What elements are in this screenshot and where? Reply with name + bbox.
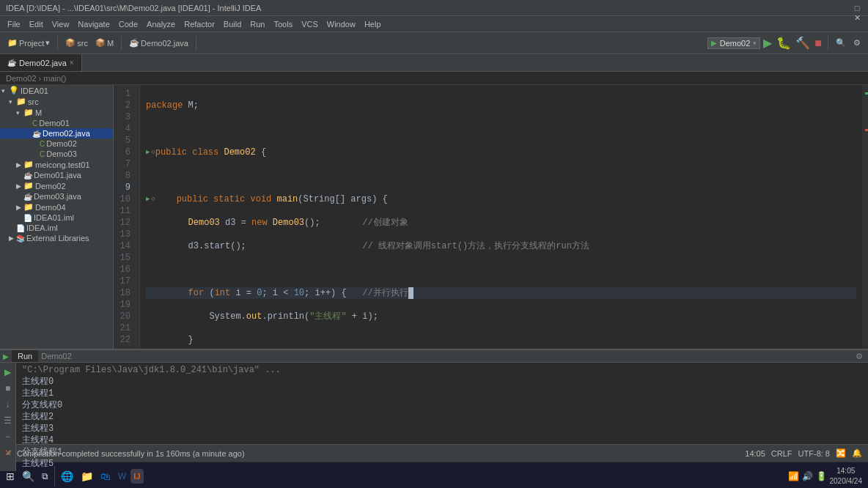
maximize-button[interactable]: □ [852, 3, 862, 13]
menu-edit[interactable]: Edit [25, 18, 48, 30]
run-config-label: Demo02 [41, 352, 72, 361]
menu-build[interactable]: Build [219, 18, 246, 30]
toolbar-gear[interactable]: ⚙ [850, 37, 864, 49]
filter-button[interactable]: ☰ [1, 414, 15, 427]
toolbar-src[interactable]: 📦 src [62, 37, 91, 49]
intellij-button[interactable]: IJ [130, 469, 143, 484]
console-command: "C:\Program Files\Java\jdk1.8.0_241\bin\… [22, 364, 862, 376]
code-line-8 [146, 264, 856, 276]
code-line-6: Demo03 d3 = new Demo03(); //创建对象 [146, 217, 856, 229]
code-line-10: System.out.println("主线程" + i); [146, 311, 856, 322]
menu-file[interactable]: File [3, 18, 25, 30]
edge-button[interactable]: 🌐 [58, 467, 76, 485]
toolbar-search[interactable]: 🔍 [833, 37, 849, 49]
close-button[interactable]: ✕ [852, 13, 862, 23]
sidebar-item-demo02[interactable]: C Demo02 [0, 138, 113, 149]
menu-analyze[interactable]: Analyze [142, 18, 180, 30]
breadcrumb-part2[interactable]: main() [43, 74, 66, 83]
console-line-8: 主线程5 [22, 458, 862, 470]
toolbar-sep-3 [196, 36, 196, 51]
status-encoding[interactable]: UTF-8: 8 [798, 449, 830, 458]
console-line-3: 分支线程0 [22, 399, 862, 411]
scroll-end-button[interactable]: ↓ [1, 398, 15, 411]
menu-run[interactable]: Run [246, 18, 269, 30]
tab-close-demo02[interactable]: × [70, 59, 74, 67]
status-line-col[interactable]: 14:05 [745, 449, 765, 458]
java-icon-demo01: C [32, 119, 37, 127]
console-line-6: 主线程4 [22, 435, 862, 446]
menu-view[interactable]: View [48, 18, 74, 30]
taskbar-sep [54, 466, 55, 487]
java-icon-demo02: ☕ [32, 130, 41, 138]
sidebar-item-demo03java[interactable]: ☕ Demo03.java [0, 191, 113, 202]
console-line-2: 主线程1 [22, 388, 862, 399]
toolbar-run-section: ▶ Demo02 ▾ ▶ 🐛 🔨 ■ 🔍 ⚙ [707, 34, 864, 51]
error-mark-2 [865, 129, 868, 131]
sidebar-item-demo01[interactable]: C Demo01 [0, 118, 113, 128]
menu-tools[interactable]: Tools [269, 18, 297, 30]
run-tab-icon: ▶ [3, 352, 9, 361]
toolbar-file[interactable]: ☕ Demo02.java [126, 37, 191, 49]
run-button[interactable]: ▶ [762, 34, 773, 51]
debug-button[interactable]: 🐛 [775, 34, 792, 51]
menu-refactor[interactable]: Refactor [180, 18, 219, 30]
menu-help[interactable]: Help [360, 18, 386, 30]
menu-vcs[interactable]: VCS [297, 18, 323, 30]
folder-icon-src: 📁 [16, 97, 26, 106]
sidebar-item-idea01[interactable]: ▾ 💡 IDEA01 [0, 85, 113, 96]
fold-button[interactable]: − [1, 430, 15, 443]
status-crlf[interactable]: CRLF [771, 449, 792, 458]
system-tray: 📶 🔊 🔋 14:05 2020/4/24 [788, 466, 866, 487]
word-button[interactable]: W [115, 468, 129, 484]
clock-date: 2020/4/24 [830, 476, 863, 487]
code-area[interactable]: package M; ▶○public class Demo02 { ▶○ pu… [140, 85, 862, 349]
sidebar-item-demo02java[interactable]: ☕ Demo02.java [0, 128, 113, 138]
stop-run-button[interactable]: ■ [1, 382, 15, 395]
menu-code[interactable]: Code [114, 18, 142, 30]
search-taskbar-button[interactable]: 🔍 [19, 467, 37, 485]
run-tab[interactable]: Run [12, 350, 38, 362]
title-text: IDEA [D:\IDEA] - ...\IDEA01\src\M\Demo02… [6, 4, 261, 12]
folder-icon-m: 📁 [23, 108, 34, 117]
status-right: 14:05 CRLF UTF-8: 8 🔀 🔔 [745, 448, 862, 458]
sidebar-item-demo04[interactable]: ▶ 📁 Demo04 [0, 202, 113, 212]
run-ctrl-settings[interactable]: ⚙ [853, 351, 865, 362]
sidebar-item-demo02folder[interactable]: ▶ 📁 Demo02 [0, 180, 113, 191]
run-panel: ▶ Run Demo02 ⚙ ▶ ■ ↓ ☰ − ✕ "C:\Program F… [0, 349, 868, 444]
taskview-button[interactable]: ⧉ [39, 468, 51, 484]
sidebar-item-idea01iml[interactable]: 📄 IDEA01.iml [0, 212, 113, 223]
stop-button[interactable]: ■ [813, 35, 823, 51]
sidebar-item-ext-libs[interactable]: ▶ 📚 External Libraries [0, 233, 113, 243]
sidebar-item-meicong[interactable]: ▶ 📁 meicong.test01 [0, 159, 113, 170]
build-button[interactable]: 🔨 [794, 34, 812, 51]
code-line-1: package M; [146, 100, 856, 111]
breadcrumb-part1[interactable]: Demo02 [6, 74, 37, 83]
sidebar: ▾ 💡 IDEA01 ▾ 📁 src ▾ 📁 M C Demo01 ☕ Demo… [0, 85, 114, 349]
sidebar-item-demo03[interactable]: C Demo03 [0, 149, 113, 159]
title-controls: ─ □ ✕ [852, 0, 862, 23]
sidebar-item-demo01java[interactable]: ☕ Demo01.java [0, 170, 113, 180]
toolbar-sep-1 [57, 36, 58, 51]
sidebar-item-src[interactable]: ▾ 📁 src [0, 96, 113, 107]
store-button[interactable]: 🛍 [98, 467, 114, 485]
console-line-5: 主线程3 [22, 423, 862, 435]
rerun-button[interactable]: ▶ [1, 366, 15, 379]
tab-demo02[interactable]: ☕ Demo02.java × [0, 54, 82, 71]
iml-icon-idea: 📄 [16, 224, 25, 232]
iml-icon-idea01: 📄 [23, 214, 32, 222]
editor[interactable]: 12345 678910 1112131415 1617181920 2122 … [114, 85, 868, 349]
sidebar-item-m[interactable]: ▾ 📁 M [0, 107, 113, 118]
toolbar-module[interactable]: 📦 M [92, 37, 117, 49]
right-scroll-bar[interactable] [862, 85, 868, 349]
code-line-11: } [146, 334, 856, 346]
menu-window[interactable]: Window [323, 18, 360, 30]
explorer-button[interactable]: 📁 [78, 467, 96, 485]
status-notifications[interactable]: 🔔 [852, 448, 862, 458]
toolbar-project[interactable]: 📁 Project ▾ [4, 37, 53, 49]
status-message: Compilation completed successfully in 1s… [17, 449, 245, 458]
sidebar-item-ideaiml[interactable]: 📄 IDEA.iml [0, 223, 113, 233]
run-config-selector[interactable]: ▶ Demo02 ▾ [707, 37, 761, 49]
menu-navigate[interactable]: Navigate [73, 18, 114, 30]
start-button[interactable]: ⊞ [3, 467, 18, 485]
class-icon-demo02: C [40, 140, 45, 148]
